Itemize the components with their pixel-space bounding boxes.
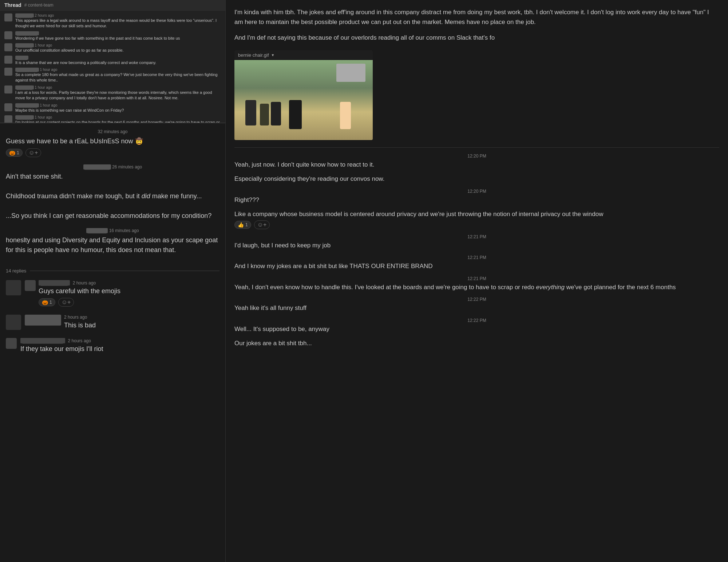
chat-section: 12:20 PM Yeah, just now. I don't quite k… <box>234 147 719 353</box>
reply-text: This is bad <box>64 321 96 330</box>
thread-header: Thread # content-team <box>0 0 225 11</box>
avatar <box>4 56 12 64</box>
avatar <box>4 85 12 93</box>
avatar <box>4 68 12 76</box>
reaction-count: 1 <box>245 222 248 227</box>
thread-title: Thread <box>4 2 21 8</box>
vehicle-shape <box>336 64 365 82</box>
msg-name: ██████ <box>15 85 34 89</box>
msg-text: Ain't that some shit. Childhood trauma d… <box>6 172 219 221</box>
person-figure <box>245 100 256 125</box>
chat-text: Especially considering they're reading o… <box>234 174 719 184</box>
chat-text: Right??? <box>234 195 719 205</box>
avatar <box>4 103 12 111</box>
msg-time: 32 minutes ago <box>6 129 219 134</box>
thread-msg-8: ██████ 1 hour ago I'm looking at our con… <box>4 115 221 123</box>
chat-time: 12:21 PM <box>234 234 719 239</box>
chat-msg-3: 12:20 PM Right??? <box>234 189 719 205</box>
main-message-1: 32 minutes ago Guess we have to be a rEa… <box>6 129 219 157</box>
right-top-text-2: And I'm def not saying this because of o… <box>234 33 719 43</box>
thread-msg-2: ████████ Wondering if we have gone too f… <box>4 31 221 41</box>
reaction-count: 1 <box>17 150 19 155</box>
avatar <box>4 43 12 51</box>
chat-msg-10: Our jokes are a bit shit tbh... <box>234 339 719 348</box>
msg-text: So a complete 180 from what made us grea… <box>15 72 221 83</box>
thread-msg-1: ██████ 2 hours ago This appears like a l… <box>4 13 221 29</box>
msg-name: ██████ <box>15 115 34 119</box>
msg-meta: ██████ 1 hour ago <box>15 115 221 119</box>
msg-name: ████████ <box>15 68 39 72</box>
reaction-button[interactable]: 🎃 1 <box>6 149 23 157</box>
msg-meta: ████████ 1 hour ago <box>15 103 124 107</box>
reaction-button[interactable]: 🎃 1 <box>39 298 55 306</box>
gif-label: bernie chair.gif ▼ <box>234 50 373 60</box>
person-figure <box>271 102 281 125</box>
reaction-count: 1 <box>50 300 52 305</box>
reaction-emoji: 🎃 <box>9 150 15 156</box>
reactions: 🎃 1 ☺+ <box>6 148 219 157</box>
divider-line <box>30 271 219 271</box>
msg-meta: ██████ 1 hour ago <box>15 43 124 47</box>
add-reaction-button[interactable]: ☺+ <box>25 148 41 157</box>
thread-msg-5: ████████ 1 hour ago So a complete 180 fr… <box>4 68 221 83</box>
reply-text: Guys careful with the emojis <box>39 287 120 296</box>
reply-3: ████████████ 2 hours ago If they take ou… <box>0 334 225 357</box>
thread-msg-7: ████████ 1 hour ago Maybe this is someth… <box>4 103 221 113</box>
reply-name: ████████████ <box>20 338 65 343</box>
msg-time: ██████ 16 minutes ago <box>6 228 219 233</box>
msg-text: It is a shame that we are now becoming a… <box>15 60 156 65</box>
reply-1: ████████ 2 hours ago Guys careful with t… <box>0 276 225 310</box>
chat-time: 12:20 PM <box>234 189 719 194</box>
msg-meta: ████ <box>15 56 156 60</box>
msg-meta: ██████ 1 hour ago <box>15 85 221 89</box>
reply-name: ████████ <box>39 280 70 286</box>
chat-msg-8: 12:22 PM Yeah like it's all funny stuff <box>234 297 719 313</box>
msg-name: ██████ <box>15 13 34 17</box>
avatar-small <box>25 280 36 291</box>
chat-text: Yeah like it's all funny stuff <box>234 303 719 313</box>
right-panel: I'm kinda with him tbh. The jokes and ef… <box>226 0 728 562</box>
add-reaction-button[interactable]: ☺+ <box>58 298 74 307</box>
reply-meta: ████████████ 2 hours ago <box>20 338 103 343</box>
msg-text: Guess we have to be a rEaL bUsInEsS now … <box>6 136 219 146</box>
msg-name: ██████ <box>15 43 34 47</box>
avatar <box>4 31 12 39</box>
msg-text: Maybe this is something we can raise at … <box>15 108 124 113</box>
avatar <box>6 280 21 295</box>
reactions: 🎃 1 ☺+ <box>39 298 120 307</box>
chat-msg-9: 12:22 PM Well... It's supposed to be, an… <box>234 318 719 334</box>
dropdown-icon: ▼ <box>271 53 275 57</box>
reply-text: If they take our emojis I'll riot <box>20 344 103 354</box>
msg-meta: ████████ <box>15 31 180 35</box>
chat-text: Yeah, I don't even know how to handle th… <box>234 283 719 292</box>
thread-top-messages: ██████ 2 hours ago This appears like a l… <box>0 11 225 123</box>
gif-thumbnail[interactable]: ▶ <box>234 60 373 140</box>
gif-filename: bernie chair.gif <box>238 52 269 58</box>
reaction-emoji: 🎃 <box>42 299 48 305</box>
msg-text: This appears like a legal walk around to… <box>15 18 221 29</box>
chat-text: Like a company whose business model is c… <box>234 210 719 219</box>
chat-msg-6: 12:21 PM And I know my jokes are a bit s… <box>234 255 719 271</box>
reply-meta: ████████ 2 hours ago <box>39 280 120 286</box>
reply-2: 2 hours ago This is bad <box>0 311 225 334</box>
chat-reactions: 👍 1 ☺+ <box>234 220 719 229</box>
main-message-3: ██████ 16 minutes ago honeslty and using… <box>6 228 219 255</box>
thread-msg-4: ████ It is a shame that we are now becom… <box>4 56 221 65</box>
reaction-emoji: 👍 <box>238 222 244 228</box>
chat-msg-4: Like a company whose business model is c… <box>234 210 719 229</box>
msg-name: ████████ <box>15 103 39 107</box>
avatar <box>4 115 12 123</box>
reply-time: 2 hours ago <box>68 338 91 343</box>
replies-count: 14 replies <box>6 268 26 274</box>
person-figure <box>340 102 351 129</box>
reaction-button[interactable]: 👍 1 <box>234 221 251 229</box>
chat-time: 12:22 PM <box>234 318 719 323</box>
replies-divider: 14 replies <box>6 268 219 274</box>
msg-text: Wondering if we have gone too far with s… <box>15 36 180 41</box>
msg-name: ████████ <box>15 31 39 35</box>
thread-main: 32 minutes ago Guess we have to be a rEa… <box>0 123 225 265</box>
msg-text: Our unofficial constitution allowed us t… <box>15 48 124 53</box>
add-reaction-button[interactable]: ☺+ <box>254 220 270 229</box>
person-figure <box>289 100 302 129</box>
reply-time: 2 hours ago <box>64 315 87 320</box>
